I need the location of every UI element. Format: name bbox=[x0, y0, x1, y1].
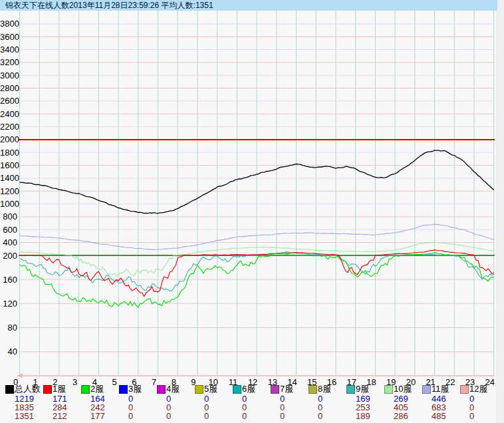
y-axis-label: 1400 bbox=[0, 174, 17, 182]
legend-value-average: 0 bbox=[280, 412, 285, 420]
legend-label: 3服 bbox=[128, 384, 142, 393]
legend-swatch-7服 bbox=[271, 385, 279, 394]
y-axis-label: 600 bbox=[0, 225, 17, 234]
legend-swatch-8服 bbox=[309, 385, 317, 394]
y-axis-label: 2400 bbox=[0, 110, 17, 118]
legend-value-average: 177 bbox=[90, 412, 105, 420]
legend-swatch-6服 bbox=[233, 385, 241, 394]
legend-value-average: 0 bbox=[318, 412, 322, 420]
legend-label: 2服 bbox=[90, 384, 104, 393]
legend-label: 11服 bbox=[432, 384, 449, 393]
y-axis-label: 3200 bbox=[0, 58, 17, 67]
y-axis-label: 2200 bbox=[0, 122, 17, 131]
legend-swatch-11服 bbox=[422, 385, 431, 394]
legend-label: 6服 bbox=[242, 384, 255, 393]
y-axis-label: 160 bbox=[0, 275, 17, 284]
legend-swatch-12服 bbox=[460, 385, 469, 394]
legend-swatch-10服 bbox=[384, 385, 393, 394]
legend-value-average: 0 bbox=[128, 412, 133, 420]
legend-label: 9服 bbox=[356, 384, 369, 393]
y-axis-label: 3000 bbox=[0, 71, 17, 80]
legend-value-average: 0 bbox=[242, 412, 247, 420]
y-axis-label: 3600 bbox=[0, 33, 17, 41]
legend-value-average: 0 bbox=[166, 412, 171, 420]
online-count-chart-window: 锦衣天下在线人数2013年11月28日23:59:26 平均人数:1351 38… bbox=[0, 0, 504, 423]
legend-label: 4服 bbox=[166, 384, 180, 393]
legend-swatch-3服 bbox=[119, 385, 128, 394]
legend-value-average: 286 bbox=[394, 412, 408, 420]
legend-value-average: 212 bbox=[53, 412, 67, 420]
y-axis-label: 3800 bbox=[0, 19, 17, 28]
legend-swatch-9服 bbox=[346, 385, 355, 394]
legend-swatch-2服 bbox=[81, 385, 90, 394]
y-axis-label: 2800 bbox=[0, 84, 17, 92]
y-axis-label: 2000 bbox=[0, 135, 17, 144]
legend-label: 5服 bbox=[204, 384, 217, 393]
y-axis-label: 200 bbox=[0, 251, 17, 260]
legend-swatch-5服 bbox=[195, 385, 203, 394]
legend-value-average: 189 bbox=[356, 412, 370, 420]
y-axis-label: 800 bbox=[0, 212, 17, 221]
legend-swatch-4服 bbox=[157, 385, 166, 394]
y-axis-label: 1600 bbox=[0, 161, 17, 170]
y-axis-label: 1800 bbox=[0, 148, 17, 157]
legend-value-average: 1351 bbox=[15, 412, 34, 420]
legend-label: 7服 bbox=[280, 384, 293, 393]
y-axis-label: 400 bbox=[0, 238, 17, 247]
legend-value-average: 0 bbox=[469, 412, 474, 420]
y-axis-label: 2600 bbox=[0, 96, 17, 105]
y-axis-label: 120 bbox=[0, 299, 17, 308]
legend-swatch-总人数 bbox=[5, 385, 14, 394]
y-axis-label: 3400 bbox=[0, 45, 17, 54]
legend-label: 1服 bbox=[53, 384, 66, 393]
y-axis-label: 1200 bbox=[0, 187, 17, 196]
legend-label: 12服 bbox=[469, 384, 487, 393]
legend-swatch-1服 bbox=[43, 385, 52, 394]
legend-value-average: 485 bbox=[432, 412, 446, 420]
line-chart bbox=[0, 0, 504, 423]
legend-label: 总人数 bbox=[15, 384, 41, 393]
y-axis-label: 1000 bbox=[0, 200, 17, 208]
legend-label: 10服 bbox=[394, 384, 412, 393]
y-axis-label: 40 bbox=[0, 347, 17, 356]
legend-label: 8服 bbox=[318, 384, 331, 393]
legend-value-average: 0 bbox=[204, 412, 209, 420]
y-axis-label: 80 bbox=[0, 323, 17, 332]
